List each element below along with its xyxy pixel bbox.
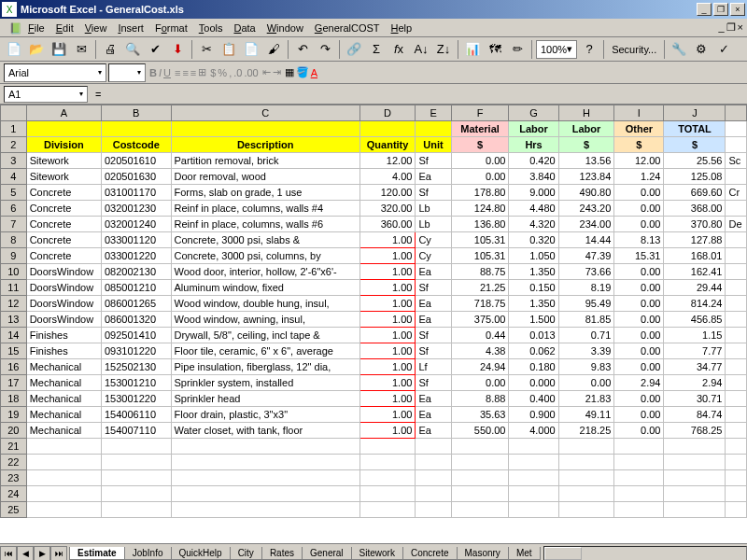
row-header[interactable]: 11: [1, 280, 27, 296]
menu-help[interactable]: Help: [386, 21, 418, 35]
header-cell[interactable]: [359, 121, 416, 137]
cell[interactable]: Concrete, 3000 psi, slabs &: [171, 232, 359, 248]
cell[interactable]: [726, 486, 747, 502]
align-right-icon[interactable]: ≡: [190, 67, 196, 78]
row-header[interactable]: 24: [1, 486, 27, 502]
cell[interactable]: 0.00: [614, 359, 664, 375]
dec-decimal-icon[interactable]: .00: [244, 67, 258, 78]
cell[interactable]: Pipe insulation, fiberglass, 12" dia,: [171, 359, 359, 375]
cell[interactable]: 0.00: [614, 296, 664, 312]
header-cell[interactable]: [171, 121, 359, 137]
cell[interactable]: [451, 439, 509, 455]
italic-icon[interactable]: I: [159, 67, 162, 78]
sheet-tab[interactable]: Rates: [261, 547, 303, 560]
row-header[interactable]: 13: [1, 312, 27, 328]
cell[interactable]: 0.00: [614, 423, 664, 439]
cell[interactable]: 2.94: [614, 375, 664, 391]
doc-restore-button[interactable]: ❐: [726, 21, 736, 34]
cell[interactable]: Ea: [416, 312, 451, 328]
sheet-tab[interactable]: Sitework: [351, 547, 403, 560]
cell[interactable]: 2.94: [664, 375, 726, 391]
cell[interactable]: 49.11: [558, 407, 614, 423]
cell[interactable]: 15.31: [614, 248, 664, 264]
cell[interactable]: DoorsWindow: [26, 312, 101, 328]
chart-icon[interactable]: 📊: [462, 39, 483, 60]
cell[interactable]: 4.00: [359, 169, 416, 185]
cell[interactable]: 152502130: [102, 359, 172, 375]
row-header[interactable]: 17: [1, 375, 27, 391]
cell[interactable]: [726, 280, 747, 296]
align-left-icon[interactable]: ≡: [175, 67, 180, 78]
percent-icon[interactable]: %: [218, 67, 227, 78]
cell[interactable]: 1.00: [359, 280, 416, 296]
header-cell[interactable]: Division: [26, 137, 101, 153]
cell[interactable]: 0.000: [509, 375, 558, 391]
cell[interactable]: 020501610: [102, 153, 172, 169]
col-header[interactable]: J: [664, 105, 726, 121]
cell[interactable]: 092501410: [102, 328, 172, 343]
header-cell[interactable]: [726, 121, 747, 137]
cell[interactable]: 8.19: [558, 280, 614, 296]
cell[interactable]: 88.75: [451, 264, 509, 280]
cell[interactable]: [726, 407, 747, 423]
cell[interactable]: Forms, slab on grade, 1 use: [171, 185, 359, 201]
format-painter-icon[interactable]: 🖌: [263, 39, 284, 60]
cell[interactable]: [664, 439, 726, 455]
spell-icon[interactable]: ✔: [145, 39, 165, 60]
header-cell[interactable]: Labor: [558, 121, 614, 137]
new-icon[interactable]: 📄: [4, 39, 24, 60]
cell[interactable]: [664, 486, 726, 502]
cell[interactable]: Ea: [416, 423, 451, 439]
cell[interactable]: [26, 502, 101, 518]
cell[interactable]: Ea: [416, 264, 451, 280]
col-header[interactable]: F: [451, 105, 509, 121]
cell[interactable]: 4.320: [509, 217, 558, 232]
font-color-icon[interactable]: A: [311, 67, 317, 78]
cell[interactable]: 1.00: [359, 359, 416, 375]
cell[interactable]: [416, 439, 451, 455]
cell[interactable]: [558, 502, 614, 518]
row-header[interactable]: 5: [1, 185, 27, 201]
cell[interactable]: [558, 470, 614, 486]
cell[interactable]: 21.25: [451, 280, 509, 296]
header-cell[interactable]: Material: [451, 121, 509, 137]
autosum-icon[interactable]: Σ: [366, 39, 387, 60]
cell[interactable]: 0.00: [451, 169, 509, 185]
doc-close-button[interactable]: ×: [738, 21, 743, 34]
header-cell[interactable]: Labor: [509, 121, 558, 137]
cell[interactable]: 0.00: [614, 391, 664, 407]
cell[interactable]: 1.00: [359, 264, 416, 280]
row-header[interactable]: 7: [1, 217, 27, 232]
cell[interactable]: 153001220: [102, 391, 172, 407]
cell[interactable]: 4.000: [509, 423, 558, 439]
cell[interactable]: 29.44: [664, 280, 726, 296]
redo-icon[interactable]: ↷: [315, 39, 335, 60]
menu-tools[interactable]: Tools: [193, 21, 229, 35]
cell[interactable]: [726, 201, 747, 217]
comma-icon[interactable]: ,: [229, 67, 232, 78]
name-box[interactable]: A1▾: [4, 86, 88, 103]
cell[interactable]: [102, 455, 172, 470]
cell[interactable]: [509, 455, 558, 470]
cell[interactable]: 0.00: [614, 328, 664, 343]
cell[interactable]: 669.60: [664, 185, 726, 201]
col-header[interactable]: H: [558, 105, 614, 121]
cell[interactable]: 1.00: [359, 375, 416, 391]
cell[interactable]: [171, 439, 359, 455]
cell[interactable]: Concrete: [26, 201, 101, 217]
tab-last-button[interactable]: ⏭: [50, 546, 67, 561]
cell[interactable]: [614, 502, 664, 518]
cell[interactable]: Sprinkler head: [171, 391, 359, 407]
cell[interactable]: 47.39: [558, 248, 614, 264]
cell[interactable]: [726, 391, 747, 407]
cell[interactable]: Mechanical: [26, 423, 101, 439]
cell[interactable]: Reinf in place, columns, walls #4: [171, 201, 359, 217]
sort-desc-icon[interactable]: Z↓: [433, 39, 454, 60]
function-icon[interactable]: fx: [388, 39, 409, 60]
cell[interactable]: [614, 439, 664, 455]
cell[interactable]: De: [726, 217, 747, 232]
cell[interactable]: 1.00: [359, 296, 416, 312]
cell[interactable]: [726, 264, 747, 280]
cell[interactable]: 105.31: [451, 248, 509, 264]
cell[interactable]: [664, 470, 726, 486]
